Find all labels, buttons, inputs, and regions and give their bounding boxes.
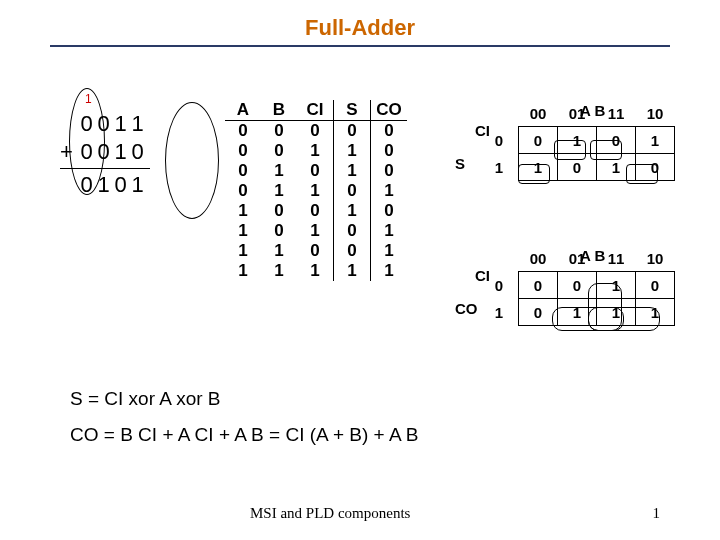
kmap-s-output-label: S (455, 155, 465, 172)
kmap-col-label: A B (580, 102, 605, 119)
oval-annotation-2 (165, 102, 219, 219)
truth-header: A B CI S CO (225, 100, 407, 121)
addend-1: 0 0 1 1 (60, 110, 150, 138)
table-row: 00110 (225, 141, 407, 161)
table-row: 11001 (225, 241, 407, 261)
kmap-co-output-label: CO (455, 300, 478, 317)
table-row: 10101 (225, 221, 407, 241)
kmap-s: A B CI S 00011110 0 0101 1 1010 (480, 100, 675, 181)
kmap-row-label: CI (475, 267, 490, 284)
sum-equation: S = CI xor A xor B (70, 388, 419, 410)
sum-row: 0 1 0 1 (60, 171, 150, 199)
page-number: 1 (653, 505, 661, 522)
carry-digit: 1 (85, 92, 92, 106)
kmap-row-label: CI (475, 122, 490, 139)
kmap-co: A B CI CO 00011110 0 0010 1 0111 (480, 245, 675, 326)
addend-2: + 0 0 1 0 (60, 138, 150, 166)
footer-text: MSI and PLD components (250, 505, 410, 522)
plus-sign: + (60, 139, 78, 165)
carry-equation: CO = B CI + A CI + A B = CI (A + B) + A … (70, 424, 419, 446)
add-rule (60, 168, 150, 169)
equations: S = CI xor A xor B CO = B CI + A CI + A … (70, 388, 419, 460)
kmap-col-label: A B (580, 247, 605, 264)
table-row: 10010 (225, 201, 407, 221)
table-row: 01101 (225, 181, 407, 201)
addition-example: 1 0 0 1 1 + 0 0 1 0 0 1 0 1 (60, 110, 150, 199)
truth-table: A B CI S CO 00000 00110 01010 01101 1001… (225, 100, 407, 281)
table-row: 01010 (225, 161, 407, 181)
table-row: 00000 (225, 121, 407, 142)
page-title: Full-Adder (50, 0, 670, 47)
table-row: 11111 (225, 261, 407, 281)
